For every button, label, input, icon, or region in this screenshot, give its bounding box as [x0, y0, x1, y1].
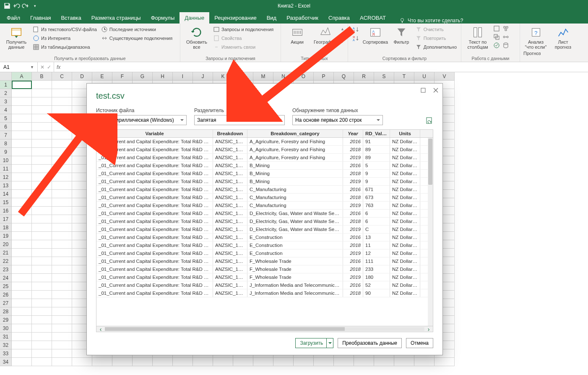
- row-header[interactable]: 30: [0, 324, 12, 333]
- cell[interactable]: [52, 181, 72, 190]
- cell[interactable]: [12, 139, 32, 148]
- cell[interactable]: [92, 358, 112, 366]
- cell[interactable]: [52, 316, 72, 324]
- cell[interactable]: [12, 106, 32, 114]
- row-header[interactable]: 18: [0, 223, 12, 232]
- cell[interactable]: [32, 123, 52, 131]
- cell[interactable]: [294, 358, 314, 366]
- cell[interactable]: [52, 282, 72, 291]
- cell[interactable]: [32, 114, 52, 123]
- refresh-preview-icon[interactable]: [426, 117, 433, 124]
- scroll-right-icon[interactable]: ›: [425, 326, 432, 333]
- column-header[interactable]: H: [153, 72, 173, 81]
- file-origin-combo[interactable]: 1251: Кириллическая (Windows): [96, 115, 187, 125]
- column-header[interactable]: R: [354, 72, 374, 81]
- column-header[interactable]: Q: [334, 72, 354, 81]
- cell[interactable]: [12, 89, 32, 97]
- row-header[interactable]: 11: [0, 165, 12, 173]
- cell[interactable]: [32, 291, 52, 299]
- close-icon[interactable]: [432, 86, 440, 94]
- table-row[interactable]: _01_Current and Capital Expenditure: Tot…: [96, 210, 433, 218]
- row-header[interactable]: 13: [0, 181, 12, 190]
- row-header[interactable]: 23: [0, 265, 12, 274]
- row-header[interactable]: 24: [0, 274, 12, 282]
- cell[interactable]: [32, 148, 52, 156]
- scroll-left-icon[interactable]: ‹: [97, 326, 104, 333]
- from-table-button[interactable]: Из таблицы/диапазона: [32, 43, 98, 51]
- cell[interactable]: [32, 198, 52, 207]
- table-row[interactable]: _01_Current and Capital Expenditure: Tot…: [96, 146, 433, 154]
- tab-разработчик[interactable]: Разработчик: [281, 12, 323, 24]
- preview-vscrollbar[interactable]: [428, 138, 433, 326]
- cell[interactable]: [52, 249, 72, 257]
- tab-формулы[interactable]: Формулы: [146, 12, 180, 24]
- column-header[interactable]: P: [314, 72, 334, 81]
- tab-вид[interactable]: Вид: [262, 12, 282, 24]
- cell[interactable]: [12, 198, 32, 207]
- column-header[interactable]: J: [193, 72, 213, 81]
- cell[interactable]: [153, 358, 173, 366]
- row-header[interactable]: 15: [0, 198, 12, 207]
- cell[interactable]: [32, 249, 52, 257]
- column-header[interactable]: M: [253, 72, 273, 81]
- cell[interactable]: [52, 165, 72, 173]
- data-validation-icon[interactable]: [493, 42, 500, 49]
- row-header[interactable]: 34: [0, 358, 12, 366]
- tab-данные[interactable]: Данные: [180, 12, 209, 24]
- row-header[interactable]: 19: [0, 232, 12, 240]
- fx-icon[interactable]: fx: [54, 64, 63, 70]
- cell[interactable]: [354, 358, 374, 366]
- row-header[interactable]: 17: [0, 215, 12, 223]
- select-all-corner[interactable]: [0, 72, 12, 81]
- maximize-icon[interactable]: [419, 86, 427, 94]
- cell[interactable]: [112, 358, 133, 366]
- chevron-down-icon[interactable]: ▼: [30, 65, 34, 69]
- consolidate-icon[interactable]: [502, 25, 509, 32]
- cell[interactable]: [32, 274, 52, 282]
- queries-connections-button[interactable]: Запросы и подключения: [212, 25, 274, 34]
- cell[interactable]: [12, 341, 32, 349]
- row-header[interactable]: 5: [0, 114, 12, 123]
- cell[interactable]: [374, 358, 394, 366]
- tab-рецензирование[interactable]: Рецензирование: [209, 12, 261, 24]
- undo-icon[interactable]: [13, 2, 20, 10]
- tab-справка[interactable]: Справка: [323, 12, 355, 24]
- cancel-button[interactable]: Отмена: [406, 338, 433, 348]
- cell[interactable]: [52, 240, 72, 249]
- cell[interactable]: [12, 349, 32, 358]
- column-header[interactable]: F: [112, 72, 133, 81]
- cell[interactable]: [32, 257, 52, 265]
- table-row[interactable]: _01_Current and Capital Expenditure: Tot…: [96, 162, 433, 170]
- table-row[interactable]: _01_Current and Capital Expenditure: Tot…: [96, 218, 433, 226]
- forecast-sheet-button[interactable]: Лист прогноз: [551, 25, 575, 50]
- cell[interactable]: [32, 265, 52, 274]
- from-web-button[interactable]: Из Интернета: [32, 34, 98, 42]
- cell[interactable]: [32, 97, 52, 106]
- load-split-dropdown[interactable]: [326, 338, 333, 348]
- table-row[interactable]: _01_Current and Capital Expenditure: Tot…: [96, 289, 433, 297]
- cell[interactable]: [52, 207, 72, 215]
- formula-input[interactable]: [63, 62, 588, 72]
- col-header-rd-value[interactable]: RD_Value: [363, 130, 390, 137]
- stocks-button[interactable]: Акции: [284, 25, 310, 45]
- row-header[interactable]: 22: [0, 257, 12, 265]
- name-box[interactable]: A1▼: [0, 62, 38, 72]
- cell[interactable]: [52, 265, 72, 274]
- save-icon[interactable]: [3, 2, 11, 10]
- cell[interactable]: [32, 307, 52, 316]
- cell[interactable]: [52, 106, 72, 114]
- cell[interactable]: [52, 358, 72, 366]
- cell[interactable]: [52, 333, 72, 341]
- cell[interactable]: [52, 190, 72, 198]
- cell[interactable]: [32, 106, 52, 114]
- recent-sources-button[interactable]: Последние источники: [100, 25, 173, 34]
- filter-button[interactable]: Фильтр: [391, 25, 412, 51]
- row-header[interactable]: 14: [0, 190, 12, 198]
- cell[interactable]: [32, 240, 52, 249]
- cell[interactable]: [434, 358, 455, 366]
- cell[interactable]: [52, 223, 72, 232]
- tab-файл[interactable]: Файл: [2, 12, 25, 24]
- col-header-year[interactable]: Year: [343, 130, 363, 137]
- flash-fill-icon[interactable]: [493, 25, 500, 32]
- transform-data-button[interactable]: Преобразовать данные: [338, 338, 402, 348]
